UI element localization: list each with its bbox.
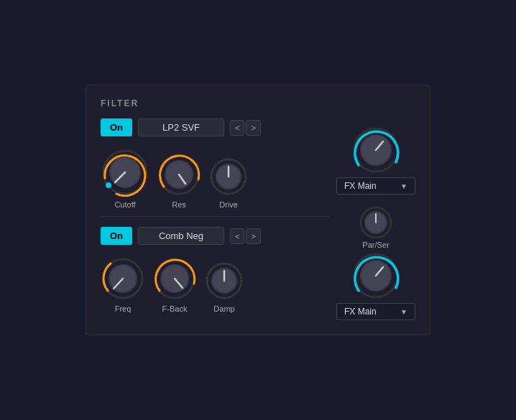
par-ser-knob[interactable] — [358, 205, 394, 241]
fx-main-dropdown-top[interactable]: FX Main ▼ — [336, 177, 415, 195]
res-knob-wrapper: Res — [157, 152, 201, 209]
svg-point-1 — [106, 182, 111, 188]
fback-label: F-Back — [162, 304, 188, 313]
filter1-on-button[interactable]: On — [101, 118, 132, 136]
filter1-row: On LP2 SVF < > — [101, 118, 329, 136]
filter2-row: On Comb Neg < > — [101, 227, 329, 245]
freq-knob[interactable] — [101, 256, 145, 301]
filter1-nav-left[interactable]: < — [230, 120, 244, 136]
cutoff-knob-wrapper: Cutoff — [101, 148, 149, 209]
filter2-name: Comb Neg — [138, 227, 224, 245]
par-ser-wrapper: Par/Ser — [358, 205, 394, 249]
freq-knob-wrapper: Freq — [101, 256, 145, 313]
freq-label: Freq — [115, 304, 132, 313]
filter1-name: LP2 SVF — [138, 118, 224, 136]
filter-panel: FILTER On LP2 SVF < > — [86, 85, 430, 335]
chevron-down-icon-bottom: ▼ — [400, 308, 407, 316]
fx-main-knob-bottom[interactable] — [351, 251, 400, 300]
fx-main-knob-top[interactable] — [351, 126, 400, 174]
res-knob[interactable] — [157, 152, 201, 197]
filter2-knobs: Freq F-Back — [101, 256, 329, 313]
right-column: FX Main ▼ Par/Ser — [336, 118, 415, 320]
filter1-nav-right[interactable]: > — [246, 120, 260, 136]
filter2-nav-left[interactable]: < — [230, 228, 244, 244]
drive-knob[interactable] — [208, 157, 249, 197]
drive-label: Drive — [219, 200, 238, 209]
fx-main-dropdown-bottom[interactable]: FX Main ▼ — [336, 303, 415, 320]
drive-knob-wrapper: Drive — [208, 157, 249, 209]
fx-main-label-top: FX Main — [344, 181, 377, 191]
damp-knob-wrapper: Damp — [204, 261, 244, 313]
filter2-nav-right[interactable]: > — [246, 228, 260, 244]
cutoff-label: Cutoff — [114, 200, 135, 209]
filter1-nav: < > — [230, 120, 261, 136]
fback-knob[interactable] — [152, 256, 197, 301]
filter1-knobs: Cutoff Res — [101, 148, 329, 209]
par-ser-label: Par/Ser — [362, 241, 389, 249]
filter2-section: On Comb Neg < > — [101, 216, 329, 313]
filter2-on-button[interactable]: On — [101, 227, 132, 245]
filter2-nav: < > — [230, 228, 261, 244]
section-title: FILTER — [101, 98, 415, 108]
chevron-down-icon-top: ▼ — [400, 182, 407, 190]
fback-knob-wrapper: F-Back — [152, 256, 197, 313]
damp-label: Damp — [213, 304, 234, 313]
fx-main-label-bottom: FX Main — [344, 307, 377, 317]
res-label: Res — [172, 200, 186, 209]
filter1-section: On LP2 SVF < > — [101, 118, 329, 209]
damp-knob[interactable] — [204, 261, 244, 301]
cutoff-knob[interactable] — [101, 148, 149, 197]
